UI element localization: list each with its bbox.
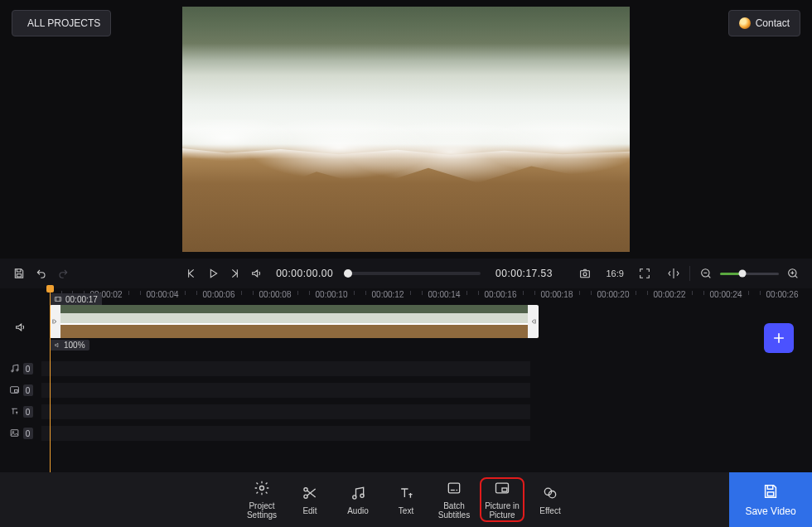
audio-label: Audio	[347, 506, 369, 515]
effect-label: Effect	[539, 506, 560, 515]
undo-icon[interactable]	[33, 264, 48, 283]
contact-label: Contact	[756, 17, 790, 29]
batch-subtitles-label: Batch Subtitles	[438, 501, 470, 520]
text-label: Text	[399, 506, 413, 515]
svg-point-27	[260, 486, 264, 491]
svg-rect-4	[581, 271, 590, 278]
preview-canvas[interactable]	[182, 7, 630, 252]
fullscreen-icon[interactable]	[637, 264, 652, 283]
text-track-icon	[9, 406, 20, 418]
clip-header: 00:00:17	[50, 293, 102, 305]
pip-track[interactable]: 0	[0, 380, 812, 401]
svg-point-33	[360, 494, 364, 497]
svg-rect-34	[448, 483, 459, 493]
all-projects-label: ALL PROJECTS	[27, 17, 100, 29]
current-time: 00:00:00.00	[276, 268, 333, 279]
gear-icon	[254, 480, 270, 498]
clip-volume-tag[interactable]: 100%	[50, 340, 89, 351]
image-track-icon	[9, 428, 20, 440]
pip-count: 0	[23, 384, 33, 396]
svg-rect-0	[17, 274, 22, 277]
redo-icon	[56, 264, 70, 283]
zoom-in-icon[interactable]	[785, 264, 800, 283]
text-icon	[398, 485, 414, 503]
total-time: 00:00:17.53	[495, 268, 553, 279]
save-video-label: Save Video	[745, 505, 795, 517]
effect-tool[interactable]: Effect	[528, 477, 573, 522]
avatar-icon	[739, 17, 751, 29]
picture-in-picture-label: Picture in Picture	[485, 501, 520, 520]
text-track[interactable]: 0	[0, 401, 812, 423]
zoom-out-icon[interactable]	[698, 264, 713, 283]
subtitles-icon	[446, 480, 462, 498]
svg-line-13	[795, 276, 797, 278]
scissors-icon	[302, 485, 318, 503]
pip-icon	[494, 480, 510, 498]
playhead[interactable]	[50, 288, 51, 472]
music-icon	[350, 485, 366, 503]
svg-rect-38	[502, 488, 507, 491]
skip-end-icon[interactable]	[227, 264, 242, 283]
save-project-icon[interactable]	[12, 264, 27, 283]
project-settings-tool[interactable]: Project Settings	[239, 477, 284, 522]
batch-subtitles-tool[interactable]: Batch Subtitles	[432, 477, 476, 522]
svg-rect-14	[55, 297, 61, 302]
add-media-button[interactable]	[764, 323, 794, 353]
audio-tool[interactable]: Audio	[336, 477, 380, 522]
svg-point-32	[353, 495, 356, 498]
music-track[interactable]: 0	[0, 358, 812, 380]
track-volume-icon[interactable]	[12, 318, 30, 336]
image-count: 0	[23, 428, 33, 439]
pip-track-icon	[9, 384, 20, 397]
snapshot-icon[interactable]	[578, 264, 592, 283]
edit-label: Edit	[302, 506, 317, 515]
play-icon[interactable]	[205, 264, 220, 283]
zoom-thumb[interactable]	[738, 270, 746, 278]
svg-line-9	[708, 276, 710, 278]
effect-icon	[542, 485, 558, 503]
music-count: 0	[23, 363, 33, 375]
svg-point-5	[583, 273, 587, 276]
split-icon[interactable]	[665, 264, 680, 283]
save-video-button[interactable]: Save Video	[729, 472, 812, 527]
timeline-ruler[interactable]: 00:00:0200:00:0400:00:0600:00:0800:00:10…	[0, 288, 812, 305]
clip-handle-left[interactable]	[50, 305, 60, 338]
text-count: 0	[23, 406, 33, 418]
all-projects-button[interactable]: ALL PROJECTS	[12, 10, 111, 36]
aspect-ratio[interactable]: 16:9	[599, 267, 630, 280]
svg-rect-41	[767, 492, 773, 496]
clip-handle-right[interactable]	[528, 305, 539, 338]
project-settings-label: Project Settings	[247, 501, 277, 520]
svg-point-19	[11, 370, 12, 371]
picture-in-picture-tool[interactable]: Picture in Picture	[480, 477, 524, 522]
svg-marker-2	[210, 269, 216, 277]
image-track[interactable]: 0	[0, 423, 812, 444]
seek-thumb[interactable]	[344, 269, 352, 278]
volume-icon[interactable]	[249, 264, 264, 283]
zoom-slider[interactable]	[720, 273, 778, 275]
svg-point-29	[304, 495, 307, 498]
svg-rect-22	[14, 389, 17, 392]
contact-button[interactable]: Contact	[728, 10, 800, 36]
seek-bar[interactable]	[348, 272, 481, 275]
skip-start-icon[interactable]	[183, 264, 198, 283]
svg-point-28	[304, 487, 307, 491]
music-icon	[9, 363, 20, 375]
video-clip[interactable]	[50, 305, 539, 338]
clip-volume-value: 100%	[64, 341, 85, 350]
clip-duration: 00:00:17	[65, 295, 98, 304]
svg-rect-23	[11, 429, 18, 436]
svg-point-20	[16, 369, 17, 370]
edit-tool[interactable]: Edit	[288, 477, 332, 522]
text-tool[interactable]: Text	[384, 477, 428, 522]
